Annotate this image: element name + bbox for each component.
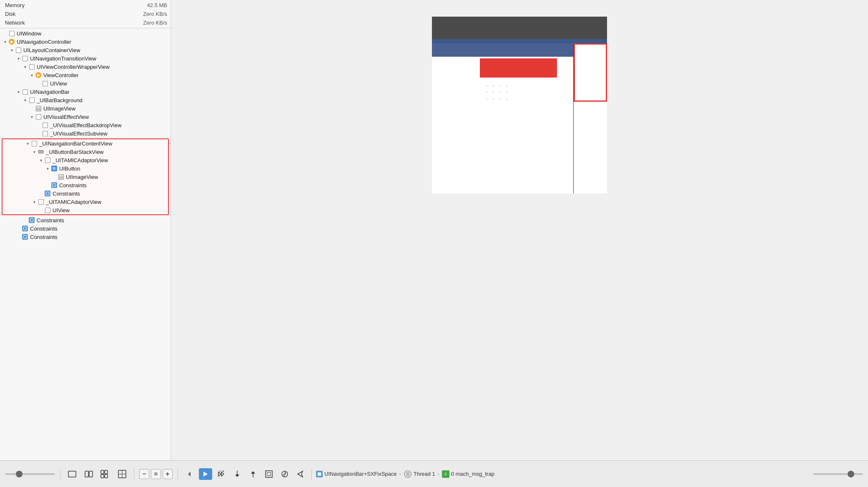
breadcrumb-nav-bar[interactable]: UINavigationBar+SXFixSpace: [316, 471, 397, 477]
memory-value: 42.5 MB: [147, 2, 167, 8]
tree-item--uitamicadaptorview1[interactable]: ▾_UITAMICAdaptorView: [3, 156, 168, 164]
tree-item-constraints1[interactable]: Constraints: [3, 181, 168, 189]
grid-dots: [486, 85, 509, 102]
tree-item-uiimageview2[interactable]: UIImageView: [3, 173, 168, 181]
mach-trap-item[interactable]: 0 0 mach_msg_trap: [442, 470, 494, 478]
tree-item--uivisualeffectbackdropview[interactable]: _UIVisualEffectBackdropView: [0, 121, 171, 129]
tree-item-uinavigationcontroller[interactable]: ▾▶UINavigationController: [0, 38, 171, 46]
zoom-controls[interactable]: − = +: [139, 469, 173, 479]
step-into-btn[interactable]: [231, 468, 244, 480]
breadcrumb-bar: UINavigationBar+SXFixSpace › Thread 1 › …: [183, 468, 810, 480]
left-panel: Memory 42.5 MB Disk Zero KB/s Network Ze…: [0, 0, 171, 460]
tree-item-uiview[interactable]: UIView: [0, 79, 171, 88]
tree-item--uibarbackground[interactable]: ▾_UIBarBackground: [0, 96, 171, 104]
toggle--uinavigationbarcontentview[interactable]: ▾: [24, 141, 31, 146]
back-icon: [186, 471, 193, 477]
toggle-uinavigationtransitionview[interactable]: ▾: [15, 56, 22, 61]
tree-item-constraints5[interactable]: Constraints: [0, 233, 171, 241]
multi-view-icon: [100, 470, 110, 478]
toggle-uibutton[interactable]: ▾: [44, 166, 51, 171]
square-icon: [9, 31, 15, 36]
tree-item-constraints4[interactable]: Constraints: [0, 224, 171, 233]
tree-label: _UINavigationBarContentView: [39, 141, 165, 147]
tree-item-uiimageview1[interactable]: UIImageView: [0, 104, 171, 113]
tree-item-uiviewcontrollerwrapperview[interactable]: ▾UIViewControllerWrapperView: [0, 63, 171, 71]
dot: [486, 92, 487, 93]
tree-item--uinavigationbarcontentview[interactable]: ▾_UINavigationBarContentView: [3, 139, 168, 148]
thread-label[interactable]: Thread 1: [404, 470, 435, 478]
tree-item--uitamicadaptorview2[interactable]: ▾_UITAMICAdaptorView: [3, 198, 168, 206]
tree-item-constraints3[interactable]: Constraints: [0, 216, 171, 224]
step-out-icon: [250, 470, 256, 478]
toggle-uinavigationcontroller[interactable]: ▾: [2, 40, 8, 44]
tree-item-uiwindow[interactable]: UIWindow: [0, 29, 171, 38]
play-btn[interactable]: [199, 468, 212, 480]
tree-item--uivisualeffectsubview[interactable]: _UIVisualEffectSubview: [0, 129, 171, 138]
svg-rect-3: [59, 175, 63, 180]
tree-label: UILayoutContainerView: [23, 47, 167, 53]
network-value: Zero KB/s: [143, 20, 167, 26]
right-slider[interactable]: [813, 473, 863, 475]
tree-item-uiview2[interactable]: UIView: [3, 206, 168, 214]
tree-label: Constraints: [30, 234, 167, 240]
svg-rect-29: [318, 472, 321, 476]
right-panel: [171, 0, 868, 460]
separator-4: [311, 469, 312, 479]
right-slider-container[interactable]: [813, 473, 863, 475]
nav-arrow-icon: [297, 470, 304, 478]
single-view-btn[interactable]: [65, 468, 79, 480]
square-icon: [43, 81, 48, 86]
multi-view-btn[interactable]: [99, 468, 112, 480]
svg-marker-22: [235, 474, 239, 477]
toggle--uitamicadaptorview1[interactable]: ▾: [38, 158, 44, 163]
tree-item-constraints2[interactable]: Constraints: [3, 189, 168, 198]
square-icon: [43, 131, 48, 136]
svg-marker-16: [188, 472, 191, 477]
stack-icon: [38, 149, 44, 155]
dot: [506, 98, 507, 100]
dot: [499, 92, 501, 93]
tree-item-uilayoutcontainerview[interactable]: ▾UILayoutContainerView: [0, 46, 171, 54]
square-icon: [16, 48, 21, 53]
split-view-btn[interactable]: [82, 468, 95, 480]
toggle--uitamicadaptorview2[interactable]: ▾: [31, 200, 38, 204]
step-out-btn[interactable]: [246, 468, 260, 480]
mach-icon-zero: 0: [444, 472, 447, 476]
tree-item-uibutton[interactable]: ▾BUIButton: [3, 164, 168, 173]
tree-item-uinavigationtransitionview[interactable]: ▾UINavigationTransitionView: [0, 54, 171, 63]
grid-dots-area: [486, 85, 509, 102]
cycle-btn[interactable]: [278, 468, 291, 480]
toggle-viewcontroller[interactable]: ▾: [28, 73, 35, 78]
red-rectangle: [480, 58, 557, 78]
tree-item-uinavigationbar[interactable]: ▾UINavigationBar: [0, 88, 171, 96]
left-slider-container[interactable]: [5, 473, 55, 475]
zoom-plus-btn[interactable]: +: [163, 469, 173, 479]
tree-item-viewcontroller[interactable]: ▾▶ViewController: [0, 71, 171, 79]
toggle-uiviewcontrollerwrapperview[interactable]: ▾: [22, 65, 28, 69]
mach-trap-label: 0 mach_msg_trap: [451, 471, 494, 477]
tree-label: Constraints: [53, 191, 165, 197]
nav-arrow-btn[interactable]: [294, 468, 307, 480]
tree-item-uivisualeffectview[interactable]: ▾UIVisualEffectView: [0, 113, 171, 121]
square-icon: [45, 158, 50, 163]
toggle-uilayoutcontainerview[interactable]: ▾: [8, 48, 15, 53]
toggle-uinavigationbar[interactable]: ▾: [15, 90, 22, 94]
frame-btn[interactable]: [262, 468, 276, 480]
dot: [486, 98, 487, 100]
b-icon: B: [51, 166, 57, 171]
tree-label: Constraints: [30, 226, 167, 232]
zoom-equal-btn[interactable]: =: [151, 469, 161, 479]
breadcrumb-label: UINavigationBar+SXFixSpace: [324, 471, 397, 477]
tree-item--uibuttonbarstackview[interactable]: ▾_UIButtonBarStackView: [3, 148, 168, 156]
step-over-btn[interactable]: [215, 468, 228, 480]
svg-rect-7: [85, 471, 88, 477]
network-label: Network: [5, 20, 143, 26]
zoom-minus-btn[interactable]: −: [139, 469, 149, 479]
toggle-uivisualeffectview[interactable]: ▾: [28, 115, 35, 119]
circle-yellow-icon: ▶: [9, 39, 15, 45]
left-slider[interactable]: [5, 473, 55, 475]
grid-view-btn[interactable]: [115, 468, 129, 480]
back-btn[interactable]: [183, 468, 196, 480]
toggle--uibuttonbarstackview[interactable]: ▾: [31, 150, 38, 154]
toggle--uibarbackground[interactable]: ▾: [22, 98, 28, 103]
